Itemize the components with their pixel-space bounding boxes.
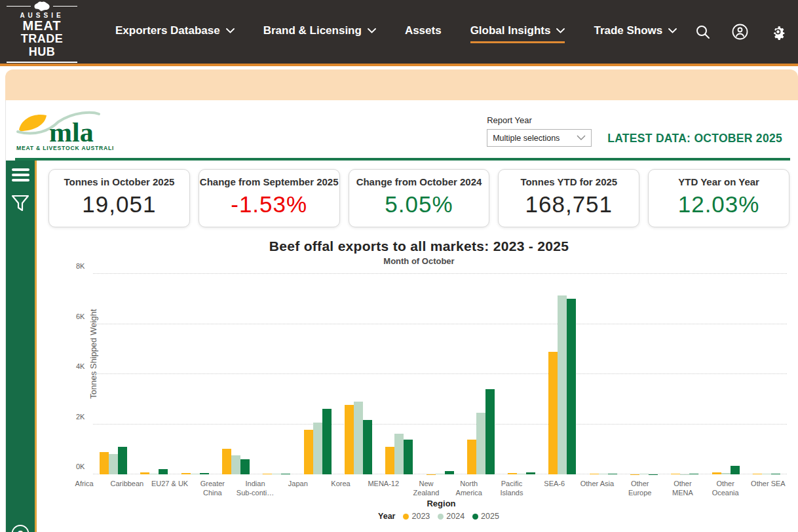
nav-accent-bar [0, 64, 798, 66]
bar-2025[interactable] [118, 447, 127, 474]
nav-right-icons [695, 24, 786, 40]
svg-text:mla: mla [49, 117, 94, 147]
bar-2025[interactable] [689, 474, 698, 474]
plot-area: 0K2K4K6K8K [93, 274, 787, 474]
nav-item-brand-licensing[interactable]: Brand & Licensing [263, 24, 376, 43]
bar-2024[interactable] [231, 455, 240, 474]
nav-item-label: Global Insights [470, 24, 551, 37]
bar-2024[interactable] [476, 413, 485, 474]
account-icon[interactable] [732, 24, 748, 40]
bar-2023[interactable] [753, 474, 762, 474]
x-axis-label: EU27 & UK [148, 479, 191, 497]
bar-2024[interactable] [517, 474, 526, 474]
bar-2025[interactable] [159, 469, 168, 474]
help-icon[interactable]: ? [12, 525, 29, 532]
legend-item-2023[interactable]: 2023 [403, 512, 430, 521]
bar-2023[interactable] [263, 474, 272, 474]
bar-2023[interactable] [140, 472, 149, 474]
bar-2024[interactable] [354, 402, 363, 474]
bar-group [419, 274, 460, 474]
bar-2023[interactable] [304, 430, 313, 474]
bar-group [705, 274, 746, 474]
bar-2023[interactable] [467, 440, 476, 474]
bar-2024[interactable] [599, 474, 608, 474]
bar-group [583, 274, 624, 474]
bar-group [175, 274, 216, 474]
bar-2024[interactable] [313, 423, 322, 474]
bar-2023[interactable] [345, 405, 354, 474]
bar-2025[interactable] [363, 420, 372, 474]
report-year-dropdown[interactable]: Multiple selections [487, 129, 592, 147]
legend-item-2024[interactable]: 2024 [438, 512, 465, 521]
kpi-card: Change from September 2025 -1.53% [199, 169, 340, 227]
bar-2025[interactable] [445, 471, 454, 474]
chevron-down-icon [556, 28, 565, 33]
bar-2024[interactable] [558, 295, 567, 474]
kpi-card: Tonnes YTD for 2025 168,751 [498, 169, 639, 227]
legend-dot [438, 514, 444, 520]
bar-2025[interactable] [526, 472, 535, 474]
chevron-down-icon [577, 135, 586, 141]
report-sidebar: ? [6, 161, 37, 532]
y-tick-label: 2K [76, 413, 90, 421]
bar-2025[interactable] [322, 409, 332, 474]
brand-line2: MEAT [7, 19, 77, 32]
report-canvas: Tonnes in October 2025 19,051 Change fro… [37, 161, 798, 532]
x-axis-label: MENA-12 [362, 479, 405, 497]
settings-icon[interactable] [770, 24, 786, 40]
bar-2025[interactable] [771, 474, 780, 474]
bar-2025[interactable] [608, 474, 617, 474]
bar-2023[interactable] [181, 473, 191, 474]
bar-2025[interactable] [567, 299, 576, 474]
report-year-value: Multiple selections [493, 134, 560, 143]
legend-item-2025[interactable]: 2025 [472, 512, 499, 521]
kpi-label: Tonnes YTD for 2025 [499, 176, 639, 187]
bar-2023[interactable] [548, 352, 558, 474]
bar-2024[interactable] [436, 474, 445, 474]
search-icon[interactable] [695, 24, 710, 39]
bar-2024[interactable] [272, 474, 281, 474]
bar-2024[interactable] [394, 434, 404, 474]
bar-2023[interactable] [385, 447, 394, 474]
menu-icon[interactable] [12, 168, 29, 184]
bar-group [256, 274, 297, 474]
bar-group [338, 274, 379, 474]
bar-2025[interactable] [485, 389, 495, 474]
filter-icon[interactable] [10, 193, 30, 213]
bar-2023[interactable] [671, 474, 680, 474]
bar-2023[interactable] [712, 472, 721, 474]
nav-item-exporters-database[interactable]: Exporters Database [115, 24, 235, 43]
bar-group [461, 274, 501, 474]
nav-item-trade-shows[interactable]: Trade Shows [594, 24, 677, 43]
bar-2025[interactable] [281, 474, 290, 474]
y-tick-label: 8K [76, 262, 90, 270]
svg-text:MEAT & LIVESTOCK AUSTRALIA: MEAT & LIVESTOCK AUSTRALIA [16, 145, 113, 151]
legend-dot [403, 514, 409, 520]
nav-item-global-insights[interactable]: Global Insights [470, 24, 565, 43]
bar-2025[interactable] [240, 459, 250, 474]
kpi-label: Tonnes in October 2025 [49, 176, 189, 187]
nav-item-label: Assets [405, 24, 442, 37]
brand-logo[interactable]: AUSSIE MEAT TRADE HUB [7, 1, 77, 63]
bar-group [624, 274, 664, 474]
chart-title: Beef offal exports to all markets: 2023 … [48, 238, 789, 254]
bar-2023[interactable] [100, 452, 109, 474]
bar-2025[interactable] [731, 466, 740, 474]
nav-item-assets[interactable]: Assets [405, 24, 442, 43]
bar-2023[interactable] [222, 449, 231, 474]
bar-2025[interactable] [200, 473, 209, 474]
bar-2024[interactable] [191, 474, 200, 474]
legend-label: 2025 [481, 512, 499, 521]
legend-label: 2024 [446, 512, 465, 521]
bar-2024[interactable] [149, 474, 159, 474]
dashboard-content: mla MEAT & LIVESTOCK AUSTRALIA Report Ye… [5, 100, 798, 532]
bar-2024[interactable] [762, 474, 771, 474]
bar-2023[interactable] [508, 473, 517, 474]
top-navigation: AUSSIE MEAT TRADE HUB Exporters Database… [0, 0, 798, 64]
bar-2024[interactable] [721, 473, 731, 474]
x-axis-title: Region [93, 499, 789, 508]
bar-2024[interactable] [639, 474, 649, 474]
bar-2023[interactable] [590, 474, 599, 474]
bar-2025[interactable] [404, 440, 413, 474]
bar-2024[interactable] [109, 454, 118, 474]
